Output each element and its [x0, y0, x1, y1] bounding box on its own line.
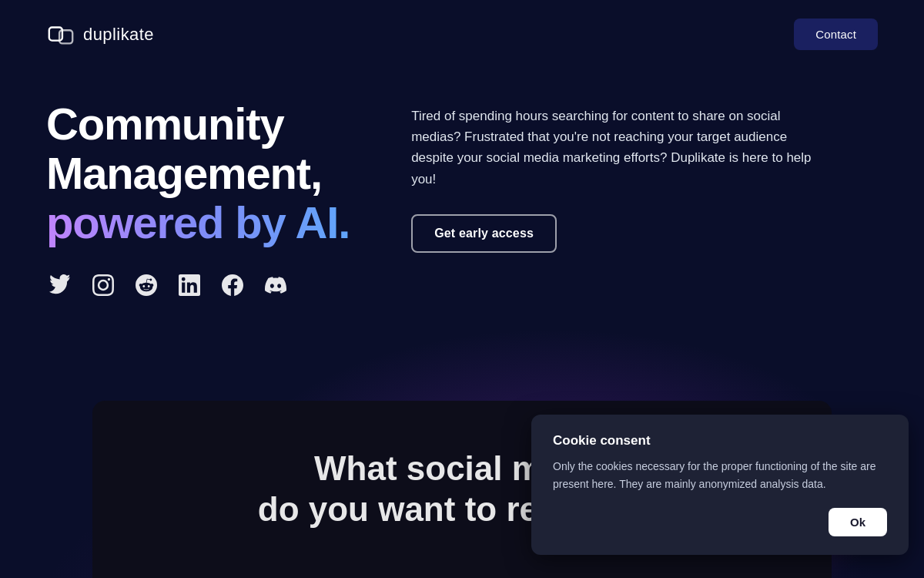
logo-text: duplikate — [83, 25, 154, 45]
linkedin-icon[interactable] — [176, 271, 203, 299]
hero-title-line1: Community — [46, 99, 284, 149]
svg-rect-0 — [49, 27, 62, 40]
instagram-icon[interactable] — [89, 271, 117, 299]
contact-button[interactable]: Contact — [794, 18, 878, 50]
reddit-icon[interactable] — [132, 271, 160, 299]
discord-icon[interactable] — [262, 271, 290, 299]
hero-description: Tired of spending hours searching for co… — [411, 106, 827, 190]
twitter-icon[interactable] — [46, 271, 74, 299]
cookie-popup: Cookie consent Only the cookies necessar… — [531, 415, 909, 555]
logo[interactable]: duplikate — [46, 20, 154, 49]
logo-icon — [46, 20, 75, 49]
svg-rect-1 — [59, 30, 72, 43]
facebook-icon[interactable] — [219, 271, 246, 299]
cookie-ok-button[interactable]: Ok — [829, 508, 887, 536]
cookie-title: Cookie consent — [553, 433, 887, 449]
hero-title-line2: Management, — [46, 148, 322, 198]
hero-right: Tired of spending hours searching for co… — [411, 99, 827, 253]
hero-title-line3: powered by AI. — [46, 197, 350, 247]
early-access-button[interactable]: Get early access — [411, 214, 557, 253]
header: duplikate Contact — [0, 0, 924, 69]
hero-title: Community Management, powered by AI. — [46, 99, 350, 247]
cookie-description: Only the cookies necessary for the prope… — [553, 458, 887, 492]
hero-section: Community Management, powered by AI. — [0, 69, 924, 299]
social-icons — [46, 271, 350, 299]
hero-left: Community Management, powered by AI. — [46, 99, 350, 299]
